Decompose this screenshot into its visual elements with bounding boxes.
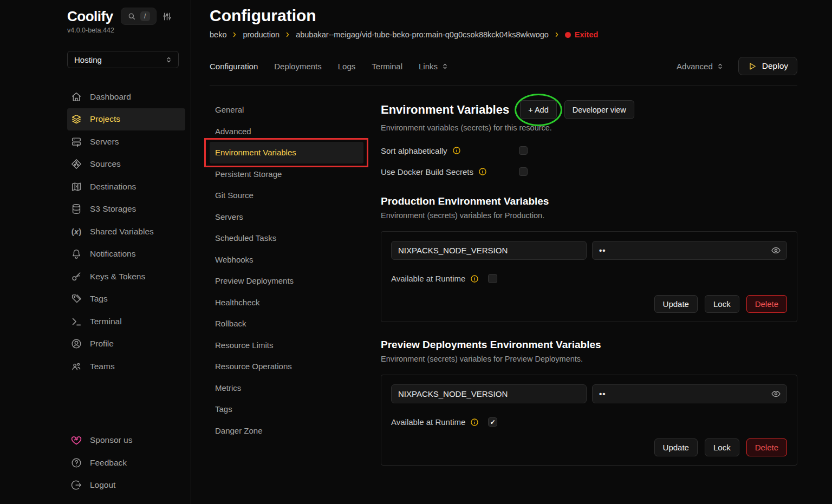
search-button[interactable]: / xyxy=(121,8,157,25)
sidebar-item-notifications[interactable]: Notifications xyxy=(67,243,185,266)
variable-value-input[interactable] xyxy=(592,241,787,260)
tab-configuration[interactable]: Configuration xyxy=(210,62,258,71)
subnav-item-environment-variables-wrap: Environment Variables xyxy=(210,142,363,163)
subnav-item-tags[interactable]: Tags xyxy=(210,398,363,420)
team-selector[interactable]: Hosting xyxy=(67,51,179,68)
breadcrumb-project[interactable]: beko xyxy=(210,30,226,39)
panel-subtitle: Environment variables (secrets) for this… xyxy=(381,123,797,132)
sidebar-item-profile[interactable]: Profile xyxy=(67,333,185,356)
variable-inputs-row xyxy=(391,241,787,260)
page-title: Configuration xyxy=(210,6,797,25)
sidebar-item-label: S3 Storages xyxy=(90,204,136,214)
sidebar-item-s3-storages[interactable]: S3 Storages xyxy=(67,198,185,221)
subnav-item-scheduled-tasks[interactable]: Scheduled Tasks xyxy=(210,227,363,249)
lock-button[interactable]: Lock xyxy=(705,438,739,456)
sidebar-item-teams[interactable]: Teams xyxy=(67,355,185,378)
available-at-runtime-checkbox[interactable] xyxy=(488,417,497,427)
subnav-item-persistent-storage[interactable]: Persistent Storage xyxy=(210,163,363,185)
subnav-item-rollback[interactable]: Rollback xyxy=(210,313,363,335)
eye-icon[interactable] xyxy=(771,245,781,256)
delete-button[interactable]: Delete xyxy=(746,295,787,313)
sidebar-item-label: Logout xyxy=(90,480,115,490)
breadcrumb-environment[interactable]: production xyxy=(243,30,280,39)
subnav-item-metrics[interactable]: Metrics xyxy=(210,377,363,399)
subnav-item-servers[interactable]: Servers xyxy=(210,206,363,228)
sidebar-item-projects[interactable]: Projects xyxy=(67,108,185,131)
available-at-runtime-label: Available at Runtime xyxy=(391,274,465,283)
chevron-updown-icon xyxy=(441,62,449,70)
chevron-updown-icon xyxy=(165,56,173,64)
sidebar-item-dashboard[interactable]: Dashboard xyxy=(67,86,185,108)
subnav-item-advanced[interactable]: Advanced xyxy=(210,121,363,142)
variable-icon: (x) xyxy=(70,227,82,236)
update-button[interactable]: Update xyxy=(654,438,698,456)
variable-inputs-row xyxy=(391,384,787,403)
tab-deployments[interactable]: Deployments xyxy=(274,62,322,71)
sidebar-item-keys-tokens[interactable]: Keys & Tokens xyxy=(67,265,185,288)
subnav-item-resource-operations[interactable]: Resource Operations xyxy=(210,356,363,377)
production-variable-card: Available at Runtime Update Lock Delete xyxy=(381,231,797,322)
chevron-updown-icon xyxy=(716,62,724,70)
layers-icon xyxy=(70,113,82,125)
sidebar-item-label: Feedback xyxy=(90,458,127,468)
status-label: Exited xyxy=(575,30,599,39)
sidebar-item-tags[interactable]: Tags xyxy=(67,288,185,311)
advanced-dropdown[interactable]: Advanced xyxy=(677,62,724,71)
header-actions: Advanced Deploy xyxy=(677,57,797,75)
settings-sliders-icon[interactable] xyxy=(162,11,172,22)
sidebar-item-label: Profile xyxy=(90,339,114,349)
subnav-item-danger-zone[interactable]: Danger Zone xyxy=(210,420,363,442)
subnav-item-preview-deployments[interactable]: Preview Deployments xyxy=(210,270,363,292)
sort-alphabetically-label-group: Sort alphabetically xyxy=(381,146,519,155)
deploy-button[interactable]: Deploy xyxy=(738,57,797,75)
tab-links[interactable]: Links xyxy=(419,62,449,71)
sidebar-item-sources[interactable]: Sources xyxy=(67,153,185,176)
eye-icon[interactable] xyxy=(771,389,781,399)
subnav-item-resource-limits[interactable]: Resource Limits xyxy=(210,335,363,356)
sidebar-nav: Dashboard Projects Servers Sources Desti… xyxy=(67,86,184,378)
add-button[interactable]: + Add xyxy=(520,100,557,119)
users-icon xyxy=(70,361,82,372)
delete-button[interactable]: Delete xyxy=(746,438,787,456)
sidebar-item-servers[interactable]: Servers xyxy=(67,130,185,153)
subnav-item-healthcheck[interactable]: Healthcheck xyxy=(210,292,363,313)
variable-name-input[interactable] xyxy=(391,241,587,260)
sort-alphabetically-checkbox[interactable] xyxy=(519,146,528,155)
docker-build-secrets-checkbox[interactable] xyxy=(519,167,528,176)
subnav-item-environment-variables[interactable]: Environment Variables xyxy=(210,142,363,163)
advanced-dropdown-label: Advanced xyxy=(677,62,713,71)
lock-button[interactable]: Lock xyxy=(705,295,739,313)
subnav-item-git-source[interactable]: Git Source xyxy=(210,185,363,206)
sidebar-item-destinations[interactable]: Destinations xyxy=(67,175,185,198)
preview-variable-card: Available at Runtime Update Lock Delete xyxy=(381,375,797,466)
tab-logs[interactable]: Logs xyxy=(338,62,356,71)
status-dot-icon xyxy=(565,32,571,38)
available-at-runtime-row: Available at Runtime xyxy=(391,274,787,283)
server-icon xyxy=(70,136,82,148)
sidebar-item-sponsor-us[interactable]: Sponsor us xyxy=(67,429,185,452)
tab-terminal[interactable]: Terminal xyxy=(372,62,402,71)
sidebar-item-label: Servers xyxy=(90,137,119,147)
help-circle-icon xyxy=(70,457,82,469)
developer-view-button[interactable]: Developer view xyxy=(564,100,634,119)
docker-build-secrets-row: Use Docker Build Secrets xyxy=(381,165,797,179)
sidebar-item-shared-variables[interactable]: (x) Shared Variables xyxy=(67,220,185,243)
available-at-runtime-checkbox[interactable] xyxy=(488,274,497,283)
environment-variables-panel: Environment Variables + Add Developer vi… xyxy=(381,86,797,504)
variable-name-input[interactable] xyxy=(391,384,587,403)
update-button[interactable]: Update xyxy=(654,295,698,313)
tab-links-label: Links xyxy=(419,62,438,71)
deploy-button-label: Deploy xyxy=(762,61,788,71)
subnav-item-general[interactable]: General xyxy=(210,99,363,121)
sidebar-item-feedback[interactable]: Feedback xyxy=(67,451,185,474)
search-shortcut-key: / xyxy=(140,11,150,21)
variable-value-input[interactable] xyxy=(592,384,787,403)
option-toggles: Sort alphabetically Use Docker Build Sec… xyxy=(381,143,797,179)
subnav-item-webhooks[interactable]: Webhooks xyxy=(210,249,363,271)
home-icon xyxy=(70,91,82,103)
available-at-runtime-row: Available at Runtime xyxy=(391,417,787,427)
sidebar-item-logout[interactable]: Logout xyxy=(67,474,185,497)
sidebar-item-terminal[interactable]: Terminal xyxy=(67,310,185,333)
bell-icon xyxy=(70,248,82,260)
breadcrumb-resource[interactable]: abubakar--meigag/vid-tube-beko-pro:main-… xyxy=(296,30,549,39)
